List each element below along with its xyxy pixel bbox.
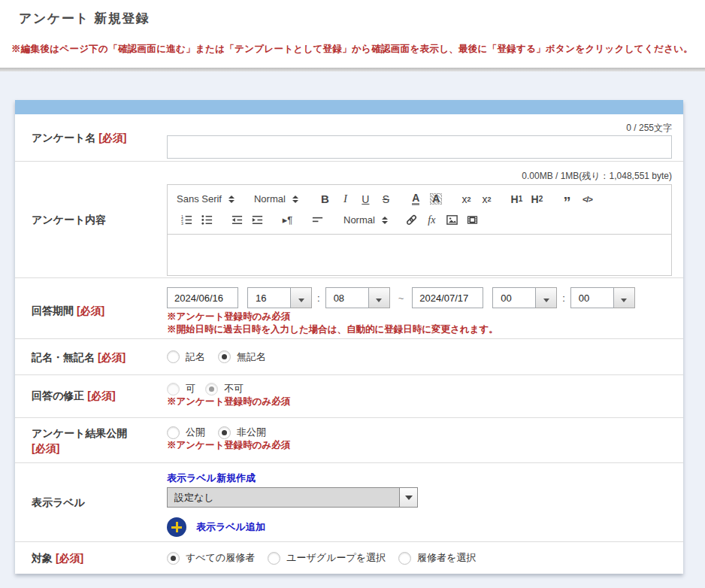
row-anonymity: 記名・無記名 [必須] 記名 無記名 (15, 339, 683, 375)
radio-option-not-allowed[interactable]: 不可 (205, 382, 244, 396)
row-target: 対象 [必須] すべての履修者 ユーザグループを選択 履修者を選択 (15, 542, 683, 574)
radio-option-allowed[interactable]: 可 (167, 382, 195, 396)
link-icon[interactable] (401, 211, 422, 229)
radio-label: 可 (186, 382, 195, 396)
radio-icon[interactable] (218, 426, 231, 439)
start-date-input[interactable]: 2024/06/16 (167, 287, 238, 308)
target-label: 対象 [必須] (15, 550, 167, 565)
radio-label: 不可 (224, 382, 244, 396)
dropdown-arrow-icon[interactable] (536, 287, 557, 308)
text-color-button[interactable]: A (406, 190, 426, 208)
background-color-button[interactable]: A (426, 190, 446, 208)
row-survey-name: アンケート名 [必須] 0 / 255文字 (15, 114, 683, 162)
add-plus-icon[interactable] (167, 517, 186, 537)
required-badge: [必須] (77, 305, 104, 317)
picker-arrows-icon (292, 195, 298, 203)
radio-label: 記名 (186, 350, 205, 364)
range-separator: ~ (398, 292, 404, 304)
editor-content-area[interactable] (167, 235, 672, 276)
modification-note: ※アンケート登録時のみ必須 (167, 396, 672, 408)
radio-label: ユーザグループを選択 (286, 551, 386, 565)
italic-button[interactable]: I (335, 190, 356, 208)
start-minute-select[interactable]: 08 (325, 287, 390, 308)
period-note-2: ※開始日時に過去日時を入力した場合は、自動的に登録日時に変更されます。 (167, 323, 672, 336)
publication-label: アンケート結果公開 [必須] (15, 426, 167, 456)
formula-button[interactable]: fx (422, 211, 442, 229)
radio-option-select-students[interactable]: 履修者を選択 (398, 551, 476, 565)
svg-text:3: 3 (181, 221, 183, 226)
required-badge: [必須] (98, 351, 126, 363)
header1-button[interactable]: H1 (507, 190, 527, 208)
radio-option-public[interactable]: 公開 (167, 426, 205, 439)
radio-option-user-group[interactable]: ユーザグループを選択 (268, 551, 386, 565)
radio-icon[interactable] (398, 552, 411, 565)
picker-arrows-icon (382, 217, 388, 224)
required-badge: [必須] (98, 132, 126, 144)
dropdown-arrow-icon[interactable] (399, 488, 417, 507)
radio-icon[interactable] (167, 350, 180, 363)
ordered-list-icon[interactable]: 123 (177, 211, 197, 229)
answer-period-label: 回答期間 [必須] (15, 278, 167, 318)
survey-form-card: アンケート名 [必須] 0 / 255文字 アンケート内容 0.00MB / 1… (15, 100, 683, 574)
content-size-counter: 0.00MB / 1MB(残り：1,048,551 byte) (167, 170, 672, 182)
superscript-button[interactable]: x2 (477, 190, 497, 208)
page-notice: ※編集後はページ下の「確認画面に進む」または「テンプレートとして登録」から確認画… (11, 43, 694, 56)
font-picker[interactable]: Sans Serif (177, 193, 234, 205)
underline-button[interactable]: U (356, 190, 376, 208)
anonymity-label: 記名・無記名 [必須] (15, 350, 167, 365)
radio-icon[interactable] (218, 350, 231, 363)
display-label-select[interactable]: 設定なし (167, 487, 418, 508)
subscript-button[interactable]: x2 (456, 190, 477, 208)
end-minute-select[interactable]: 00 (570, 287, 635, 308)
header2-button[interactable]: H2 (527, 190, 547, 208)
radio-icon[interactable] (167, 552, 180, 565)
radio-option-all-students[interactable]: すべての履修者 (167, 551, 255, 565)
dropdown-arrow-icon[interactable] (369, 287, 390, 308)
required-badge: [必須] (32, 442, 59, 454)
image-icon[interactable] (442, 211, 462, 229)
radio-label: 公開 (186, 426, 205, 439)
radio-option-named[interactable]: 記名 (167, 350, 205, 364)
page-title: アンケート 新規登録 (19, 10, 694, 27)
end-hour-select[interactable]: 00 (492, 287, 557, 308)
bold-button[interactable]: B (315, 190, 335, 208)
radio-label: 非公開 (237, 426, 266, 439)
required-badge: [必須] (87, 389, 115, 402)
publication-note: ※アンケート登録時のみ必須 (167, 439, 672, 452)
row-survey-content: アンケート内容 0.00MB / 1MB(残り：1,048,551 byte) … (15, 162, 683, 278)
code-block-button[interactable]: </> (577, 190, 598, 208)
radio-label: すべての履修者 (186, 551, 255, 565)
create-display-label-link[interactable]: 表示ラベル新規作成 (167, 472, 256, 483)
radio-icon[interactable] (167, 426, 180, 439)
period-note-1: ※アンケート登録時のみ必須 (167, 311, 672, 323)
bullet-list-icon[interactable] (197, 211, 217, 229)
editor-toolbar: Sans Serif Normal B I U S (167, 184, 672, 235)
survey-name-input[interactable] (167, 135, 672, 159)
outdent-icon[interactable] (227, 211, 247, 229)
blockquote-button[interactable]: ” (557, 190, 577, 208)
required-badge: [必須] (56, 552, 83, 564)
page-header: アンケート 新規登録 ※編集後はページ下の「確認画面に進む」または「テンプレート… (0, 0, 705, 68)
strikethrough-button[interactable]: S (376, 190, 396, 208)
display-label-label: 表示ラベル (15, 495, 167, 510)
add-display-label-link[interactable]: 表示ラベル追加 (196, 520, 265, 534)
text-direction-button[interactable]: ▸¶ (277, 211, 298, 229)
dropdown-arrow-icon[interactable] (291, 287, 312, 308)
radio-icon[interactable] (268, 552, 280, 565)
dropdown-arrow-icon[interactable] (614, 287, 635, 308)
radio-option-private[interactable]: 非公開 (218, 426, 266, 439)
radio-icon[interactable] (167, 383, 180, 396)
indent-icon[interactable] (247, 211, 268, 229)
radio-label: 履修者を選択 (417, 551, 476, 565)
form-header-bar (15, 100, 683, 114)
picker-arrows-icon (228, 195, 234, 203)
radio-icon[interactable] (205, 383, 218, 396)
heading-picker[interactable]: Normal (254, 193, 298, 205)
video-icon[interactable] (462, 211, 483, 229)
rich-text-editor: Sans Serif Normal B I U S (167, 184, 672, 276)
align-icon[interactable] (307, 211, 328, 229)
start-hour-select[interactable]: 16 (247, 287, 312, 308)
end-date-input[interactable]: 2024/07/17 (412, 287, 483, 308)
radio-option-anonymous[interactable]: 無記名 (218, 350, 266, 364)
size-picker[interactable]: Normal (343, 214, 388, 226)
